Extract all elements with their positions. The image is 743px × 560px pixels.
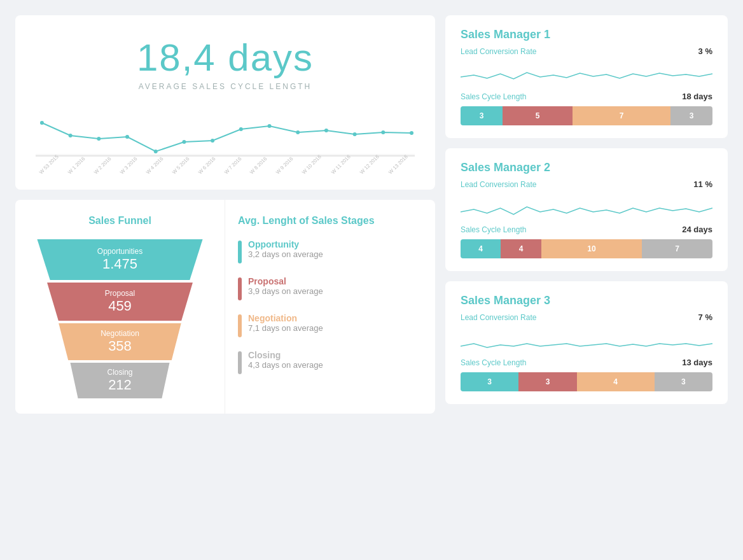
manager-3-title: Sales Manager 3 <box>461 294 712 307</box>
stage-item-closing: Closing 4,3 days on average <box>238 350 422 374</box>
manager-1-scl-label: Sales Cycle Length <box>461 92 526 101</box>
stage-indicator-proposal <box>238 277 242 300</box>
bar-seg-1-neg: 7 <box>573 106 670 125</box>
stage-indicator-negotiation <box>238 314 242 337</box>
manager-3-lcr-value: 7 % <box>698 312 712 322</box>
funnel-container: Opportunities 1.475 Proposal 459 Negotia… <box>28 239 212 398</box>
bar-seg-2-opp: 4 <box>461 239 501 258</box>
svg-point-5 <box>154 150 158 153</box>
svg-point-11 <box>324 129 328 132</box>
manager-1-lcr-row: Lead Conversion Rate 3 % <box>461 46 712 56</box>
svg-point-6 <box>182 140 186 144</box>
svg-point-7 <box>211 139 214 143</box>
manager-2-title: Sales Manager 2 <box>461 161 712 174</box>
manager-2-lcr-value: 11 % <box>693 179 712 189</box>
funnel-step-negotiation: Negotiation 358 <box>52 323 188 360</box>
bar-seg-1-prop: 5 <box>503 106 573 125</box>
stage-item-proposal: Proposal 3,9 days on average <box>238 276 422 300</box>
svg-point-2 <box>69 134 73 137</box>
stage-item-negotiation: Negotiation 7,1 days on average <box>238 313 422 337</box>
svg-point-9 <box>268 124 272 128</box>
manager-1-scl-value: 18 days <box>682 92 712 101</box>
sales-funnel-section: Sales Funnel Opportunities 1.475 Proposa… <box>15 200 225 414</box>
manager-3-stacked-bar: 3 3 4 3 <box>461 372 712 391</box>
manager-2-lcr-row: Lead Conversion Rate 11 % <box>461 179 712 189</box>
bar-seg-1-clos: 3 <box>670 106 712 125</box>
stage-indicator-closing <box>238 351 242 374</box>
svg-point-12 <box>353 132 357 136</box>
bar-seg-3-opp: 3 <box>461 372 518 391</box>
bottom-left-card: Sales Funnel Opportunities 1.475 Proposa… <box>15 200 435 414</box>
manager-3-lcr-label: Lead Conversion Rate <box>461 313 536 322</box>
avg-cycle-value: 18,4 days <box>36 36 415 80</box>
manager-3-lcr-row: Lead Conversion Rate 7 % <box>461 312 712 322</box>
manager-2-lcr-label: Lead Conversion Rate <box>461 180 536 189</box>
manager-3-scl-value: 13 days <box>682 358 712 367</box>
bar-seg-2-prop: 4 <box>501 239 541 258</box>
manager-1-lcr-label: Lead Conversion Rate <box>461 47 536 56</box>
svg-point-4 <box>125 135 129 139</box>
bar-seg-1-opp: 3 <box>461 106 503 125</box>
bar-seg-3-clos: 3 <box>655 372 712 391</box>
manager-1-sparkline <box>461 61 712 87</box>
manager-2-scl-label: Sales Cycle Length <box>461 225 526 234</box>
svg-point-14 <box>410 131 413 135</box>
manager-1-stacked-bar: 3 5 7 3 <box>461 106 712 125</box>
svg-point-8 <box>239 127 243 131</box>
manager-2-sparkline <box>461 194 712 220</box>
manager-3-card: Sales Manager 3 Lead Conversion Rate 7 %… <box>445 281 728 404</box>
manager-3-sparkline <box>461 327 712 353</box>
avg-stages-section: Avg. Lenght of Sales Stages Opportunity … <box>225 200 435 414</box>
x-axis-labels: W 53 2015 W 1 2016 W 2 2016 W 3 2016 W 4… <box>36 171 415 177</box>
bar-seg-2-clos: 7 <box>642 239 712 258</box>
funnel-step-proposal: Proposal 459 <box>39 283 200 321</box>
funnel-step-opportunities: Opportunities 1.475 <box>28 239 212 280</box>
bar-seg-3-neg: 4 <box>577 372 655 391</box>
manager-3-scl-label: Sales Cycle Length <box>461 358 526 367</box>
avg-cycle-label: AVERAGE SALES CYCLE LENGTH <box>36 82 415 91</box>
stage-item-opportunity: Opportunity 3,2 days on average <box>238 239 422 263</box>
bar-seg-2-neg: 10 <box>541 239 642 258</box>
manager-3-scl-row: Sales Cycle Length 13 days <box>461 358 712 367</box>
svg-point-3 <box>97 137 101 141</box>
manager-2-scl-value: 24 days <box>682 225 712 234</box>
manager-2-stacked-bar: 4 4 10 7 <box>461 239 712 258</box>
manager-1-card: Sales Manager 1 Lead Conversion Rate 3 %… <box>445 15 728 138</box>
avg-cycle-sparkline <box>36 104 415 167</box>
managers-column: Sales Manager 1 Lead Conversion Rate 3 %… <box>445 15 728 414</box>
stage-indicator-opportunity <box>238 241 242 263</box>
manager-1-scl-row: Sales Cycle Length 18 days <box>461 92 712 101</box>
manager-2-scl-row: Sales Cycle Length 24 days <box>461 225 712 234</box>
avg-cycle-card: 18,4 days AVERAGE SALES CYCLE LENGTH <box>15 15 435 190</box>
svg-point-13 <box>381 130 385 134</box>
manager-1-title: Sales Manager 1 <box>461 28 712 41</box>
funnel-step-closing: Closing 212 <box>65 363 175 398</box>
funnel-title: Sales Funnel <box>28 215 212 227</box>
svg-point-10 <box>296 130 300 134</box>
svg-point-1 <box>40 121 44 125</box>
avg-stages-title: Avg. Lenght of Sales Stages <box>238 215 422 227</box>
manager-2-card: Sales Manager 2 Lead Conversion Rate 11 … <box>445 148 728 271</box>
manager-1-lcr-value: 3 % <box>698 46 712 56</box>
bar-seg-3-prop: 3 <box>518 372 576 391</box>
